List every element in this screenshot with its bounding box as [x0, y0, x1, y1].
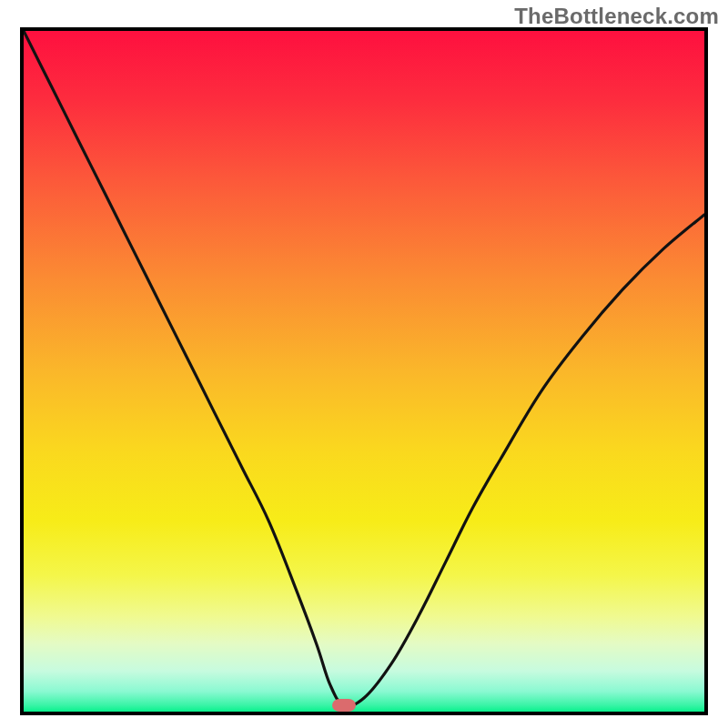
bottleneck-curve-layer [24, 31, 704, 712]
bottleneck-curve [24, 31, 704, 706]
chart-frame: TheBottleneck.com [0, 0, 728, 728]
plot-area [20, 27, 708, 715]
watermark-text: TheBottleneck.com [514, 4, 719, 29]
minimum-point-marker [332, 699, 356, 712]
